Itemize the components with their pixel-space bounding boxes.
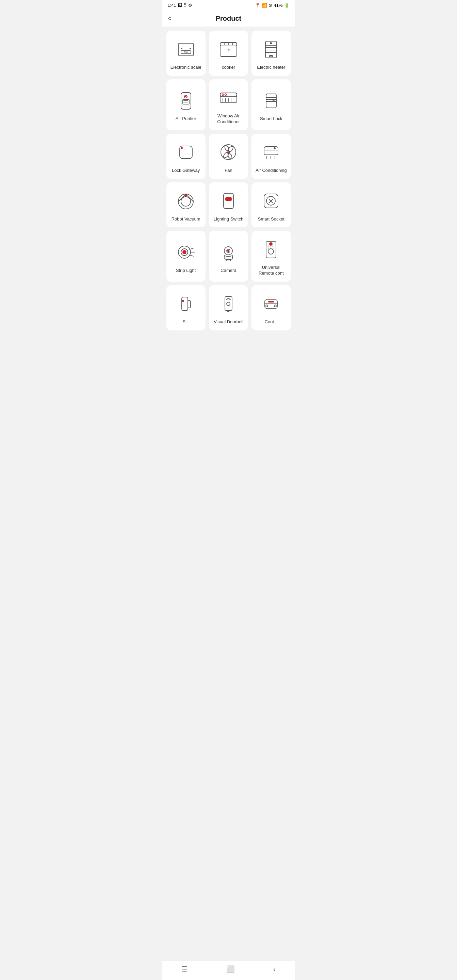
svg-point-92	[274, 305, 276, 307]
svg-point-77	[271, 245, 272, 247]
svg-point-75	[269, 243, 272, 245]
back-button[interactable]: <	[168, 14, 172, 22]
smart-socket-label: Smart Socket	[258, 216, 285, 222]
bottom-nav: ☰ ⬜ ‹	[162, 961, 295, 980]
svg-text:≋: ≋	[226, 47, 230, 53]
grid-item-strip-light[interactable]: Strip Light	[166, 231, 205, 282]
sensor-label: S...	[182, 319, 189, 325]
air-purifier-label: Air Purifier	[175, 116, 196, 122]
grid-item-visual-doorbell[interactable]: Visual Doorbell	[209, 285, 248, 331]
air-purifier-icon	[174, 89, 198, 113]
page-title: Product	[216, 14, 242, 22]
svg-rect-82	[182, 297, 188, 311]
svg-point-33	[225, 94, 226, 95]
window-ac-label: Window Air Conditioner	[212, 113, 245, 125]
svg-rect-26	[220, 93, 237, 96]
svg-point-43	[227, 151, 229, 153]
no-disturb-icon: ⊘	[269, 3, 272, 8]
svg-rect-56	[226, 197, 231, 201]
location-icon: 📍	[255, 3, 260, 8]
grid-item-smart-socket[interactable]: Smart Socket	[252, 182, 291, 228]
svg-point-79	[269, 247, 269, 248]
robot-vacuum-icon	[174, 189, 198, 213]
cooker-icon: ≋	[217, 37, 240, 61]
svg-text:268: 268	[184, 51, 188, 53]
sensor-icon	[174, 292, 198, 316]
grid-item-robot-vacuum[interactable]: Robot Vacuum	[166, 182, 205, 228]
lock-gateway-icon	[174, 140, 198, 164]
smart-socket-icon	[259, 189, 283, 213]
svg-point-22	[185, 96, 186, 97]
svg-rect-44	[264, 147, 278, 155]
smart-lock-label: Smart Lock	[260, 116, 282, 122]
grid-item-fan[interactable]: Fan	[209, 134, 248, 179]
svg-point-32	[222, 94, 224, 95]
electric-heater-icon	[259, 37, 283, 61]
grid-item-controller[interactable]: Cont...	[252, 285, 291, 331]
grid-item-universal-remote[interactable]: Universal Remote cont	[252, 231, 291, 282]
grid-item-lock-gateway[interactable]: Lock Gateway	[166, 134, 205, 179]
svg-point-81	[272, 247, 274, 248]
universal-remote-icon	[259, 237, 283, 261]
svg-point-4	[189, 48, 191, 49]
svg-point-52	[185, 194, 187, 196]
grid-item-smart-lock[interactable]: Smart Lock	[252, 79, 291, 130]
grid-item-cooker[interactable]: ≋ cooker	[209, 30, 248, 76]
svg-rect-18	[269, 56, 272, 57]
grid-item-window-ac[interactable]: Window Air Conditioner	[209, 79, 248, 130]
svg-rect-90	[268, 301, 274, 302]
robot-vacuum-label: Robot Vacuum	[172, 216, 201, 222]
svg-point-51	[181, 197, 191, 206]
svg-point-78	[272, 245, 274, 247]
nav-menu-button[interactable]: ☰	[182, 965, 188, 973]
grid-item-lighting-switch[interactable]: Lighting Switch	[209, 182, 248, 228]
svg-point-76	[269, 245, 269, 247]
svg-point-69	[227, 250, 229, 252]
electric-heater-label: Electric heater	[257, 65, 285, 70]
svg-rect-83	[188, 301, 191, 308]
camera-label: Camera	[220, 268, 236, 274]
strip-light-label: Strip Light	[176, 268, 196, 274]
settings-icon: ⚙	[188, 3, 192, 8]
svg-point-91	[266, 305, 268, 307]
battery-icon: 🔋	[284, 3, 290, 8]
status-right: 📍 📶 ⊘ 41% 🔋	[255, 3, 289, 8]
universal-remote-label: Universal Remote cont	[255, 265, 287, 276]
fan-label: Fan	[225, 168, 232, 173]
svg-point-17	[270, 42, 272, 44]
battery-level: 41%	[274, 3, 282, 8]
lock-gateway-label: Lock Gateway	[172, 168, 200, 173]
dots-icon: ⠿	[183, 3, 187, 8]
camera-icon	[217, 240, 240, 264]
air-conditioning-icon	[259, 140, 283, 164]
status-left: 1:41 🖼 ⠿ ⚙	[168, 3, 192, 8]
grid-item-air-conditioning[interactable]: Air Conditioning	[252, 134, 291, 179]
svg-point-46	[274, 147, 275, 150]
smart-lock-icon	[259, 89, 283, 113]
status-bar: 1:41 🖼 ⠿ ⚙ 📍 📶 ⊘ 41% 🔋	[162, 0, 295, 11]
lighting-switch-label: Lighting Switch	[214, 216, 243, 222]
grid-item-electric-heater[interactable]: Electric heater	[252, 30, 291, 76]
wifi-icon: 📶	[262, 3, 267, 8]
svg-point-74	[268, 249, 274, 254]
nav-home-button[interactable]: ⬜	[226, 965, 235, 973]
svg-rect-84	[182, 300, 184, 302]
strip-light-icon	[174, 240, 198, 264]
svg-point-3	[181, 48, 182, 49]
svg-point-40	[181, 147, 183, 149]
grid-item-camera[interactable]: Camera	[209, 231, 248, 282]
air-conditioning-label: Air Conditioning	[256, 168, 287, 173]
grid-item-electronic-scale[interactable]: 268 Electronic scale	[166, 30, 205, 76]
visual-doorbell-label: Visual Doorbell	[214, 319, 243, 325]
grid-item-sensor[interactable]: S...	[166, 285, 205, 331]
svg-point-80	[271, 247, 272, 248]
electronic-scale-label: Electronic scale	[170, 65, 201, 70]
controller-icon	[259, 292, 283, 316]
header: < Product	[162, 11, 295, 27]
svg-rect-20	[183, 99, 189, 104]
cooker-label: cooker	[222, 65, 235, 70]
grid-item-air-purifier[interactable]: Air Purifier	[166, 79, 205, 130]
fan-icon	[217, 140, 240, 164]
nav-back-button[interactable]: ‹	[273, 966, 275, 973]
window-ac-icon	[217, 86, 240, 110]
